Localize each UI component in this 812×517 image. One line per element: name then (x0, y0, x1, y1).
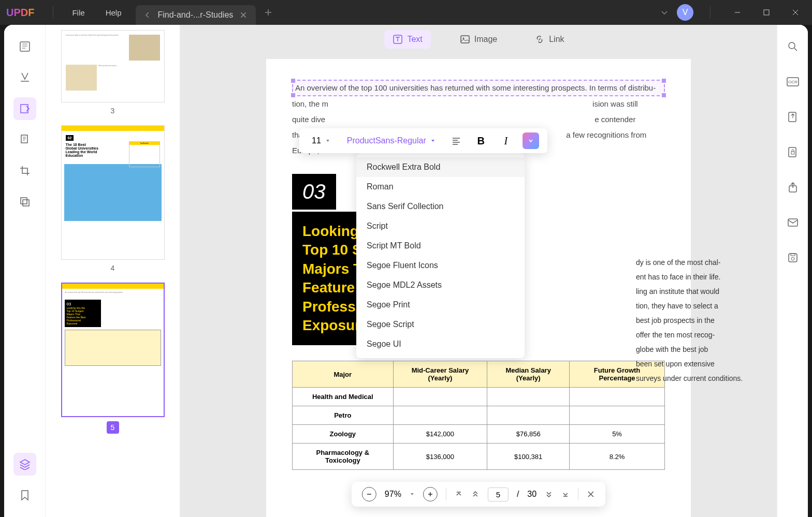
font-option[interactable]: Roman (356, 177, 525, 197)
chevron-down-icon[interactable] (660, 8, 669, 17)
svg-rect-13 (789, 147, 796, 157)
left-sidebar (4, 25, 46, 517)
svg-point-9 (789, 42, 795, 49)
close-tab-icon[interactable] (239, 11, 248, 19)
thumbnail-3[interactable]: Lorem ipsum dolor sit amet text content … (56, 30, 169, 115)
first-page-icon[interactable] (471, 490, 480, 498)
menu-file[interactable]: File (62, 8, 95, 17)
font-option[interactable]: Rockwell Extra Bold (356, 157, 525, 177)
close-window-button[interactable] (785, 2, 806, 23)
table-row: Zoology$142,000$76,8565% (293, 425, 665, 444)
thumbnail-5[interactable]: An overview of the top 100 universities … (56, 283, 169, 434)
document-tab[interactable]: Find-and-...r-Studies (136, 5, 256, 25)
zoom-out-button[interactable] (362, 487, 376, 501)
share-icon[interactable] (781, 176, 804, 199)
svg-rect-14 (791, 152, 794, 154)
font-option[interactable]: Script MT Bold (356, 236, 525, 256)
email-icon[interactable] (781, 211, 804, 234)
zoom-in-button[interactable] (423, 487, 438, 501)
bookmark-icon[interactable] (13, 484, 36, 507)
ocr-icon[interactable]: OCR (781, 70, 804, 93)
divider (710, 6, 711, 19)
text-tool-button[interactable]: Text (384, 30, 430, 49)
color-picker-button[interactable] (523, 132, 539, 149)
font-option[interactable]: Segoe MDL2 Assets (356, 275, 525, 295)
font-option[interactable]: Segoe UI (356, 334, 525, 354)
svg-rect-1 (20, 42, 30, 51)
chevron-left-icon (144, 11, 151, 19)
table-header: Major (293, 361, 394, 388)
svg-rect-12 (789, 112, 796, 122)
text-format-toolbar: 11 ProductSans-Regular B I (299, 128, 547, 153)
link-tool-label: Link (549, 35, 564, 44)
thumbnail-panel: Lorem ipsum dolor sit amet text content … (46, 25, 180, 517)
text-tool-label: Text (407, 35, 422, 44)
search-icon[interactable] (781, 35, 804, 58)
svg-rect-0 (764, 10, 769, 15)
top-toolbar: Text Image Link (180, 25, 777, 54)
align-button[interactable] (448, 132, 465, 149)
next-page-icon[interactable] (545, 490, 553, 498)
thumbnails-icon[interactable] (13, 35, 36, 58)
save-icon[interactable] (781, 246, 804, 269)
lock-icon[interactable] (781, 141, 804, 164)
svg-rect-2 (21, 105, 28, 113)
convert-icon[interactable] (781, 106, 804, 128)
titlebar-right: V (660, 2, 806, 23)
zoom-dropdown-icon[interactable] (410, 492, 415, 497)
thumb-num-3: 3 (56, 107, 169, 115)
image-tool-button[interactable]: Image (452, 30, 505, 49)
font-option[interactable]: Segoe Fluent Icons (356, 256, 525, 275)
font-option[interactable]: Segoe Print (356, 295, 525, 315)
menu-help[interactable]: Help (95, 8, 132, 17)
image-tool-label: Image (474, 35, 497, 44)
font-size-selector[interactable]: 11 (308, 134, 335, 147)
svg-rect-17 (789, 254, 797, 262)
divider (53, 6, 53, 19)
user-avatar[interactable]: V (677, 4, 693, 21)
right-sidebar: OCR (777, 25, 808, 517)
section-badge: 03 (292, 174, 336, 210)
font-option[interactable]: Sans Serif Collection (356, 197, 525, 216)
font-option[interactable]: Script (356, 216, 525, 236)
last-page-icon[interactable] (561, 490, 570, 498)
svg-point-8 (462, 38, 464, 39)
bold-button[interactable]: B (473, 132, 489, 149)
table-header: Mid-Career Salary (Yearly) (393, 361, 487, 388)
minimize-button[interactable] (727, 2, 748, 23)
crop-icon[interactable] (13, 159, 36, 182)
svg-text:OCR: OCR (788, 80, 798, 84)
page-input[interactable] (488, 488, 509, 501)
zoom-level[interactable]: 97% (385, 490, 401, 499)
app-logo: UPDF (6, 7, 34, 19)
close-toolbar-icon[interactable] (587, 490, 595, 498)
table-header: Median Salary (Yearly) (487, 361, 570, 388)
maximize-button[interactable] (756, 2, 777, 23)
tab-title: Find-and-...r-Studies (157, 10, 233, 20)
link-tool-button[interactable]: Link (526, 30, 572, 49)
bookmark-nav-icon[interactable] (13, 66, 36, 89)
chevron-down-icon (430, 138, 436, 143)
pages-icon[interactable] (13, 128, 36, 151)
svg-point-18 (791, 257, 794, 260)
copy-icon[interactable] (13, 190, 36, 213)
svg-rect-5 (23, 200, 29, 206)
prev-page-icon[interactable] (455, 490, 463, 498)
data-table: Major Mid-Career Salary (Yearly) Median … (292, 361, 665, 470)
font-name-selector[interactable]: ProductSans-Regular (343, 134, 440, 147)
table-row: Health and Medical (293, 388, 665, 406)
table-row: Pharmacology & Toxicology$136,000$100,38… (293, 444, 665, 470)
thumbnail-4[interactable]: 02 The 10 BestGlobal UniversitiesLeading… (56, 125, 169, 272)
font-option[interactable]: Segoe Script (356, 315, 525, 334)
add-tab-icon[interactable] (264, 8, 272, 17)
font-size-value: 11 (312, 136, 321, 145)
chevron-down-icon (325, 138, 330, 143)
table-row: Petro (293, 406, 665, 425)
edit-tool-icon[interactable] (13, 97, 36, 120)
svg-rect-4 (21, 198, 27, 204)
italic-button[interactable]: I (498, 132, 514, 149)
layers-icon[interactable] (13, 453, 36, 476)
page-separator: / (517, 490, 519, 499)
selected-text: An overview of the top 100 universities … (295, 83, 656, 92)
selected-text-block[interactable]: An overview of the top 100 universities … (292, 80, 665, 96)
